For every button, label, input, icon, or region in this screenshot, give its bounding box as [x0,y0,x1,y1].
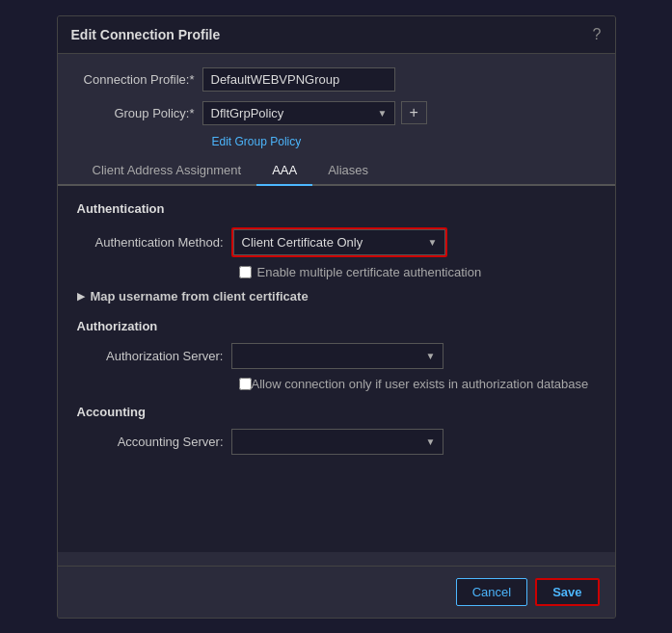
allow-connection-row: Allow connection only if user exists in … [239,377,596,391]
connection-profile-row: Connection Profile:* [77,67,596,92]
save-button[interactable]: Save [535,578,599,606]
map-username-triangle-icon: ▶ [77,290,85,303]
group-policy-label: Group Policy:* [77,106,202,120]
dialog-footer: Cancel Save [58,566,615,618]
accounting-section-title: Accounting [77,405,596,419]
authorization-server-row: Authorization Server: ▼ [77,343,596,369]
enable-multiple-cert-label: Enable multiple certificate authenticati… [257,265,482,279]
dialog-title-bar: Edit Connection Profile ? [58,16,615,54]
edit-group-policy-link[interactable]: Edit Group Policy [212,135,596,148]
group-policy-select-wrapper: DfltGrpPolicy ▼ [202,101,395,125]
help-icon[interactable]: ? [593,26,602,43]
accounting-server-label: Accounting Server: [77,435,231,449]
auth-method-row: Authentication Method: Client Certificat… [77,227,596,257]
tab-client-address[interactable]: Client Address Assignment [77,156,257,186]
accounting-server-row: Accounting Server: ▼ [77,429,596,455]
authentication-section-title: Authentication [77,201,596,216]
tab-aliases[interactable]: Aliases [312,156,384,186]
edit-connection-profile-dialog: Edit Connection Profile ? Connection Pro… [57,15,616,619]
group-policy-row: Group Policy:* DfltGrpPolicy ▼ + [77,101,596,125]
auth-method-select-wrapper: Client Certificate Only AAA Both SAML ▼ [231,227,447,257]
tabs-bar: Client Address Assignment AAA Aliases [58,156,615,186]
accounting-server-select-wrapper: ▼ [231,429,444,455]
authorization-server-select-wrapper: ▼ [231,343,444,369]
dialog-body: Connection Profile:* Group Policy:* Dflt… [58,54,615,566]
tab-aaa[interactable]: AAA [256,156,312,186]
dialog-title: Edit Connection Profile [71,27,221,42]
authorization-server-select[interactable] [231,343,444,369]
connection-profile-input[interactable] [202,67,395,92]
content-area: Authentication Authentication Method: Cl… [58,186,615,552]
authorization-section-title: Authorization [77,319,596,333]
authorization-server-label: Authorization Server: [77,349,231,363]
cancel-button[interactable]: Cancel [456,578,527,606]
auth-method-select[interactable]: Client Certificate Only AAA Both SAML [233,229,445,255]
enable-multiple-cert-row: Enable multiple certificate authenticati… [239,265,596,279]
add-group-policy-button[interactable]: + [401,101,427,124]
group-policy-select[interactable]: DfltGrpPolicy [202,101,395,125]
auth-method-label: Authentication Method: [77,235,231,250]
allow-connection-checkbox[interactable] [239,378,252,390]
accounting-server-select[interactable] [231,429,444,455]
enable-multiple-cert-checkbox[interactable] [239,266,252,278]
connection-profile-label: Connection Profile:* [77,72,202,87]
map-username-row[interactable]: ▶ Map username from client certificate [77,289,596,303]
map-username-label: Map username from client certificate [91,289,309,303]
allow-connection-label: Allow connection only if user exists in … [252,377,589,391]
